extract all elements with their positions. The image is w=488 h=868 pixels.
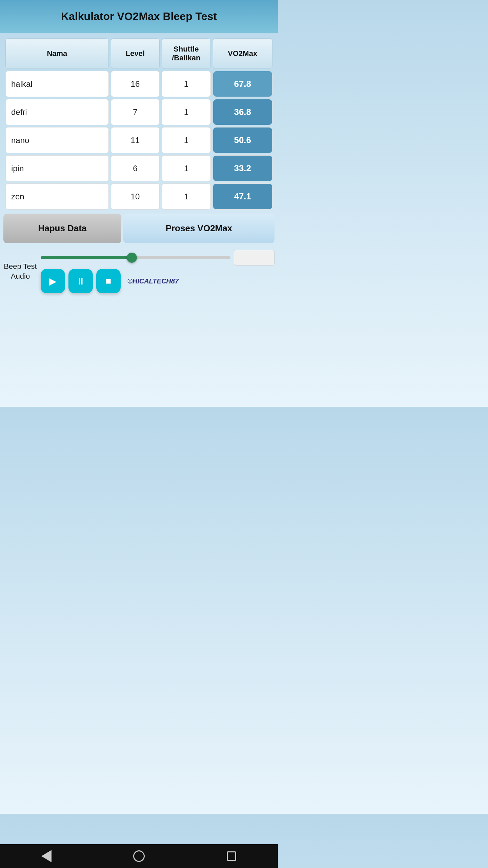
cell-vo2max: 47.1 [213, 183, 273, 210]
app-header: Kalkulator VO2Max Bleep Test [0, 0, 278, 33]
cell-name: haikal [5, 71, 109, 97]
cell-vo2max: 50.6 [213, 127, 273, 153]
action-buttons-row: Hapus Data Proses VO2Max [0, 214, 278, 243]
table-wrapper: Nama Level Shuttle/Balikan VO2Max haikal… [0, 33, 278, 212]
col-header-nama: Nama [5, 38, 109, 69]
play-icon: ▶ [49, 276, 57, 287]
cell-level: 10 [111, 183, 160, 210]
cell-name: defri [5, 99, 109, 125]
audio-section: Beep TestAudio ▶ ⏸ ■ ©HICALTECH87 [0, 243, 278, 297]
cell-level: 11 [111, 127, 160, 153]
play-button[interactable]: ▶ [41, 269, 65, 293]
audio-slider-track [41, 256, 230, 259]
stop-button[interactable]: ■ [96, 269, 121, 293]
cell-level: 7 [111, 99, 160, 125]
cell-shuttle: 1 [162, 155, 210, 181]
proses-vo2max-button[interactable]: Proses VO2Max [123, 214, 274, 243]
table-row: nano11150.6 [5, 127, 272, 153]
col-header-vo2max: VO2Max [213, 38, 273, 69]
col-header-shuttle: Shuttle/Balikan [162, 38, 210, 69]
cell-shuttle: 1 [162, 127, 210, 153]
audio-controls: ▶ ⏸ ■ ©HICALTECH87 [41, 250, 274, 293]
time-display [234, 250, 274, 265]
stop-icon: ■ [106, 276, 111, 287]
pause-icon: ⏸ [76, 276, 85, 287]
vo2max-table: Nama Level Shuttle/Balikan VO2Max haikal… [3, 36, 274, 212]
table-row: defri7136.8 [5, 99, 272, 125]
cell-name: nano [5, 127, 109, 153]
cell-vo2max: 67.8 [213, 71, 273, 97]
cell-level: 16 [111, 71, 160, 97]
cell-name: zen [5, 183, 109, 210]
cell-shuttle: 1 [162, 71, 210, 97]
table-row: haikal16167.8 [5, 71, 272, 97]
hapus-data-button[interactable]: Hapus Data [3, 214, 121, 243]
playback-row: ▶ ⏸ ■ ©HICALTECH87 [41, 269, 274, 293]
cell-shuttle: 1 [162, 99, 210, 125]
cell-shuttle: 1 [162, 183, 210, 210]
slider-thumb [127, 253, 137, 263]
cell-level: 6 [111, 155, 160, 181]
cell-name: ipin [5, 155, 109, 181]
audio-label: Beep TestAudio [3, 262, 37, 281]
pause-button[interactable]: ⏸ [68, 269, 93, 293]
app-title: Kalkulator VO2Max Bleep Test [7, 10, 271, 23]
slider-fill [41, 256, 132, 259]
copyright-text: ©HICALTECH87 [127, 277, 179, 285]
col-header-level: Level [111, 38, 160, 69]
cell-vo2max: 36.8 [213, 99, 273, 125]
slider-row [41, 250, 274, 265]
table-row: ipin6133.2 [5, 155, 272, 181]
table-row: zen10147.1 [5, 183, 272, 210]
cell-vo2max: 33.2 [213, 155, 273, 181]
